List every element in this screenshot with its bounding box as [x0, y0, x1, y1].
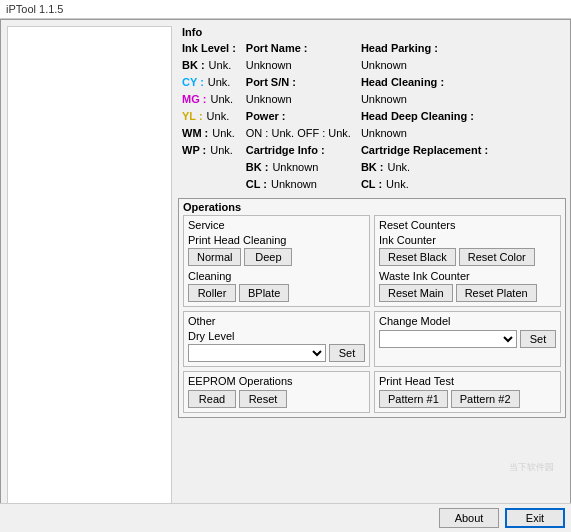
port-sn-row: Port S/N : — [246, 74, 351, 91]
cy-value: Unk. — [208, 74, 231, 91]
change-model-section: Change Model Model 1 Model 2 Set — [374, 311, 561, 367]
pattern2-button[interactable]: Pattern #2 — [451, 390, 520, 408]
ops-grid: Service Print Head Cleaning Normal Deep … — [183, 215, 561, 413]
head-parking-value: Unknown — [361, 57, 407, 74]
reset-platen-button[interactable]: Reset Platen — [456, 284, 537, 302]
reset-eeprom-button[interactable]: Reset — [239, 390, 287, 408]
head-parking-label: Head Parking : — [361, 40, 438, 57]
head-deep-value: Unknown — [361, 125, 407, 142]
app-title: iPTool 1.1.5 — [6, 3, 63, 15]
deep-button[interactable]: Deep — [244, 248, 292, 266]
cart-cl-label: CL : — [246, 176, 267, 193]
head-cleaning-label: Head Cleaning : — [361, 74, 444, 91]
mg-value: Unk. — [210, 91, 233, 108]
reset-main-button[interactable]: Reset Main — [379, 284, 453, 302]
reset-black-button[interactable]: Reset Black — [379, 248, 456, 266]
head-cleaning-row: Head Cleaning : — [361, 74, 488, 91]
main-window: Info Ink Level : BK : Unk. CY : Un — [0, 19, 571, 532]
wp-row: WP : Unk. — [182, 142, 236, 159]
port-sn-value-row: Unknown — [246, 91, 351, 108]
print-head-cleaning-label: Print Head Cleaning — [188, 234, 365, 246]
power-row: Power : — [246, 108, 351, 125]
head-cleaning-value-row: Unknown — [361, 91, 488, 108]
print-head-btn-row: Normal Deep — [188, 248, 365, 266]
change-model-select[interactable]: Model 1 Model 2 — [379, 330, 517, 348]
service-title: Service — [188, 219, 365, 231]
service-section: Service Print Head Cleaning Normal Deep … — [183, 215, 370, 307]
roller-button[interactable]: Roller — [188, 284, 236, 302]
eeprom-section: EEPROM Operations Read Reset — [183, 371, 370, 413]
cart-cl-value: Unknown — [271, 176, 317, 193]
head-deep-value-row: Unknown — [361, 125, 488, 142]
repl-cl-row: CL : Unk. — [361, 176, 488, 193]
port-name-value-row: Unknown — [246, 57, 351, 74]
mg-label: MG : — [182, 91, 206, 108]
yl-value: Unk. — [207, 108, 230, 125]
cart-replacement-row: Cartridge Replacement : — [361, 142, 488, 159]
waste-ink-label: Waste Ink Counter — [379, 270, 556, 282]
info-section: Info Ink Level : BK : Unk. CY : Un — [178, 24, 566, 195]
ink-counter-btn-row: Reset Black Reset Color — [379, 248, 556, 266]
cartridge-info-row: Cartridge Info : — [246, 142, 351, 159]
other-section: Other Dry Level Option 1 Option 2 Set — [183, 311, 370, 367]
repl-cl-value: Unk. — [386, 176, 409, 193]
cart-bk-row: BK : Unknown — [246, 159, 351, 176]
normal-button[interactable]: Normal — [188, 248, 241, 266]
cart-bk-label: BK : — [246, 159, 269, 176]
wm-row: WM : Unk. — [182, 125, 236, 142]
left-panel — [7, 26, 172, 531]
wm-label: WM : — [182, 125, 208, 142]
about-button[interactable]: About — [439, 508, 499, 528]
bk-value: Unk. — [209, 57, 232, 74]
port-sn-value: Unknown — [246, 91, 292, 108]
repl-bk-label: BK : — [361, 159, 384, 176]
cleaning-btn-row: Roller BPlate — [188, 284, 365, 302]
power-label: Power : — [246, 108, 286, 125]
port-sn-label: Port S/N : — [246, 74, 296, 91]
cartridge-info-label: Cartridge Info : — [246, 142, 325, 159]
bplate-button[interactable]: BPlate — [239, 284, 289, 302]
head-deep-row: Head Deep Cleaning : — [361, 108, 488, 125]
bk-label: BK : — [182, 57, 205, 74]
port-name-row: Port Name : — [246, 40, 351, 57]
other-title: Other — [188, 315, 365, 327]
repl-cl-label: CL : — [361, 176, 382, 193]
watermark: 当下软件园 — [501, 442, 561, 492]
dry-level-label: Dry Level — [188, 330, 365, 342]
ink-level-label: Ink Level : — [182, 40, 236, 57]
bk-row: BK : Unk. — [182, 57, 236, 74]
set-dry-button[interactable]: Set — [329, 344, 365, 362]
wp-label: WP : — [182, 142, 206, 159]
ink-level-label-row: Ink Level : — [182, 40, 236, 57]
repl-bk-row: BK : Unk. — [361, 159, 488, 176]
wp-value: Unk. — [210, 142, 233, 159]
cleaning-label: Cleaning — [188, 270, 365, 282]
port-name-value: Unknown — [246, 57, 292, 74]
cy-label: CY : — [182, 74, 204, 91]
reset-counters-title: Reset Counters — [379, 219, 556, 231]
waste-ink-btn-row: Reset Main Reset Platen — [379, 284, 556, 302]
power-value: ON : Unk. OFF : Unk. — [246, 125, 351, 142]
bottom-bar: About Exit — [0, 503, 571, 532]
yl-row: YL : Unk. — [182, 108, 236, 125]
reset-counters-section: Reset Counters Ink Counter Reset Black R… — [374, 215, 561, 307]
info-title: Info — [182, 26, 562, 38]
head-parking-value-row: Unknown — [361, 57, 488, 74]
wm-value: Unk. — [212, 125, 235, 142]
set-model-button[interactable]: Set — [520, 330, 556, 348]
dry-level-select[interactable]: Option 1 Option 2 — [188, 344, 326, 362]
port-name-label: Port Name : — [246, 40, 308, 57]
mg-row: MG : Unk. — [182, 91, 236, 108]
head-col: Head Parking : Unknown Head Cleaning : U… — [361, 40, 488, 193]
reset-color-button[interactable]: Reset Color — [459, 248, 535, 266]
title-bar: iPTool 1.1.5 — [0, 0, 571, 19]
eeprom-btn-row: Read Reset — [188, 390, 365, 408]
dry-level-row: Option 1 Option 2 Set — [188, 344, 365, 362]
info-columns: Ink Level : BK : Unk. CY : Unk. MG : U — [182, 40, 562, 193]
pattern1-button[interactable]: Pattern #1 — [379, 390, 448, 408]
port-col: Port Name : Unknown Port S/N : Unknown P — [246, 40, 351, 193]
operations-title: Operations — [183, 201, 561, 213]
print-head-test-title: Print Head Test — [379, 375, 556, 387]
read-button[interactable]: Read — [188, 390, 236, 408]
exit-button[interactable]: Exit — [505, 508, 565, 528]
